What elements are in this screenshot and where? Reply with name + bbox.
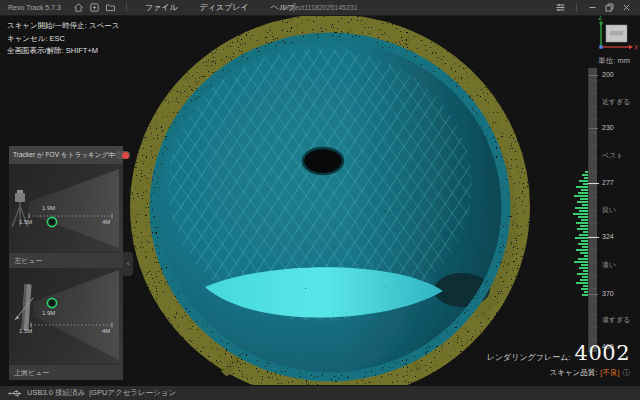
gauge-tick-230: 230: [602, 124, 614, 131]
histogram-bar: [584, 177, 588, 179]
histogram-bar: [575, 207, 588, 209]
window-controls: [552, 2, 635, 14]
hotkey-fullscreen: 全画面表示/解除: SHIFT+M: [7, 46, 119, 56]
histogram-bar: [580, 198, 588, 200]
tracker-top-view: 1.9M 1.5M 4M: [9, 268, 123, 364]
render-frame-label: レンダリングフレーム:: [487, 352, 571, 363]
target-distance-label: 1.9M: [42, 205, 55, 211]
gpu-status-text: |GPUアクセラレーション: [89, 388, 176, 398]
histogram-bar: [583, 231, 588, 233]
orientation-gizmo[interactable]: Z X: [584, 13, 638, 61]
histogram-bar: [582, 204, 588, 206]
histogram-bar: [581, 288, 588, 290]
histogram-bar: [580, 279, 588, 281]
gauge-tick-277: 277: [602, 179, 614, 186]
histogram-bar: [579, 210, 588, 212]
histogram-bar: [578, 243, 588, 245]
usb-status-text: USB3.0 接続済み: [27, 388, 85, 398]
histogram-bar: [574, 261, 588, 263]
minimize-icon[interactable]: [584, 2, 601, 14]
side-view-label-bar: 左ビュー: [9, 252, 123, 268]
open-project-icon[interactable]: [103, 2, 119, 14]
titlebar-divider: [126, 3, 127, 12]
near-range-label: 1.5M: [19, 328, 32, 334]
histogram-bar: [579, 234, 588, 236]
settings-icon[interactable]: [552, 2, 569, 14]
histogram-bar: [582, 246, 588, 248]
home-icon[interactable]: [71, 2, 87, 14]
top-view-label-bar: 上面ビュー: [9, 364, 123, 380]
tracker-status-header: Tracker が FOV をトラッキング中: [9, 146, 123, 164]
histogram-bar: [584, 291, 588, 293]
tracker-panel: Tracker が FOV をトラッキング中: [9, 146, 123, 380]
hotkey-scan: スキャン開始/一時停止: スペース: [7, 21, 119, 31]
gauge-zone-good: 良い: [602, 205, 616, 215]
titlebar: Revo Track 5.7.3 ファイル ディスプレイ ヘルプ Project…: [0, 0, 640, 16]
far-range-label: 4M: [102, 328, 110, 334]
info-icon[interactable]: ⓘ: [623, 368, 631, 378]
app-window: Revo Track 5.7.3 ファイル ディスプレイ ヘルプ Project…: [0, 0, 640, 400]
gauge-tick-200: 200: [602, 71, 614, 78]
histogram-bar: [574, 195, 588, 197]
histogram-bar: [583, 285, 588, 287]
tracking-toggle[interactable]: [115, 151, 130, 159]
new-project-icon[interactable]: [87, 2, 103, 14]
hotkey-hints: スキャン開始/一時停止: スペース キャンセル: ESC 全画面表示/解除: S…: [7, 21, 119, 59]
histogram-bar: [578, 258, 588, 260]
scan-quality-value: [不良]: [600, 368, 619, 378]
gauge-tick-324: 324: [602, 233, 614, 240]
restore-icon[interactable]: [601, 2, 618, 14]
histogram-bar: [576, 282, 588, 284]
menu-file[interactable]: ファイル: [134, 0, 189, 16]
histogram-bar: [585, 171, 588, 173]
far-range-label: 4M: [102, 219, 110, 225]
gauge-tick-mark: [589, 75, 598, 76]
histogram-bar: [582, 294, 588, 296]
histogram-bar: [583, 270, 588, 272]
gauge-tick-mark: [589, 128, 598, 129]
histogram-bar: [578, 216, 588, 218]
histogram-bar: [580, 225, 588, 227]
gauge-zone-too-close: 近すぎる: [602, 97, 631, 107]
histogram-bar: [581, 264, 588, 266]
gauge-zone-best: ベスト: [602, 151, 624, 161]
gauge-tick-370: 370: [602, 290, 614, 297]
distance-gauge-bar: [588, 68, 597, 352]
tracker-status-label: Tracker が FOV をトラッキング中: [13, 151, 115, 160]
tracker-device-icon: [15, 284, 33, 330]
histogram-bar: [581, 189, 588, 191]
histogram-bar: [577, 228, 588, 230]
close-icon[interactable]: [618, 2, 635, 14]
histogram-bar: [576, 186, 588, 188]
histogram-bar: [579, 267, 588, 269]
histogram-bar: [580, 252, 588, 254]
target-distance-label: 1.9M: [42, 310, 55, 316]
gizmo-x-label: X: [634, 44, 638, 51]
near-range-label: 1.5M: [19, 219, 32, 225]
histogram-bar: [581, 219, 588, 221]
hotkey-cancel: キャンセル: ESC: [7, 34, 119, 44]
histogram-bar: [583, 183, 588, 185]
histogram-bar: [581, 240, 588, 242]
render-frame-value: 4002: [575, 343, 630, 364]
status-bar: USB3.0 接続済み |GPUアクセラレーション: [0, 385, 640, 400]
controls-divider: [576, 3, 577, 12]
histogram-bar: [577, 201, 588, 203]
side-view-label: 左ビュー: [9, 256, 42, 266]
histogram-bar: [582, 174, 588, 176]
tracker-side-view: 1.9M 1.5M 4M: [9, 164, 123, 252]
menu-display[interactable]: ディスプレイ: [189, 0, 260, 16]
gauge-tick-mark: [589, 294, 598, 295]
distance-histogram: [546, 171, 588, 297]
histogram-bar: [576, 249, 588, 251]
top-view-label: 上面ビュー: [9, 368, 49, 378]
render-info: レンダリングフレーム: 4002 スキャン品質: [不良] ⓘ: [487, 343, 630, 378]
histogram-bar: [579, 180, 588, 182]
disc-hole: [303, 148, 343, 174]
project-name: Project11182025145231: [282, 4, 357, 11]
app-title: Revo Track 5.7.3: [8, 4, 61, 11]
panel-collapse-button[interactable]: ‹: [123, 252, 133, 276]
gizmo-origin: [599, 45, 602, 48]
gauge-zone-far: 遠い: [602, 260, 616, 270]
histogram-bar: [584, 255, 588, 257]
